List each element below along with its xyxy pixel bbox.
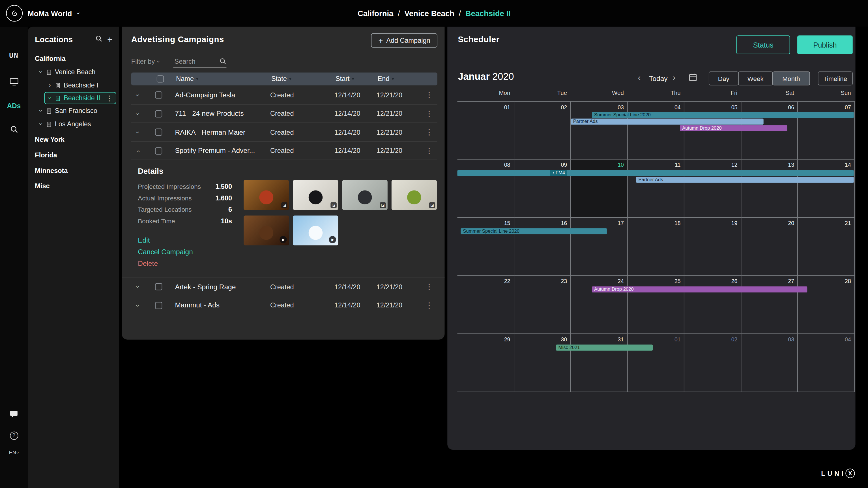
event-autumn-drop-2020[interactable]: Autumn Drop 2020 — [680, 125, 787, 131]
artwork-stem[interactable]: ◪ — [392, 180, 437, 210]
kebab-menu-icon[interactable]: ⋮ — [106, 94, 113, 102]
row-checkbox[interactable] — [155, 302, 162, 309]
row-checkbox[interactable] — [155, 91, 162, 98]
event-partner-ads[interactable]: Partner Ads — [571, 119, 764, 125]
view-week-button[interactable]: Week — [738, 71, 773, 85]
cell-end: 12/21/20 — [377, 128, 402, 136]
row-checkbox[interactable] — [155, 128, 162, 135]
cancel-campaign-link[interactable]: Cancel Campaign — [138, 248, 193, 256]
breadcrumb-separator: / — [398, 9, 400, 18]
delete-link[interactable]: Delete — [138, 260, 193, 268]
app-mark-icon[interactable]: UN — [0, 51, 28, 59]
next-period-button[interactable]: › — [673, 72, 676, 82]
sort-caret-icon: ▾ — [392, 76, 394, 82]
expand-row-button[interactable]: › — [134, 304, 142, 307]
sidebar-item-misc[interactable]: Misc — [28, 180, 119, 193]
cell-end: 12/21/20 — [377, 91, 402, 99]
event-misc-2021[interactable]: Misc 2021 — [556, 344, 653, 351]
sidebar-item-beachside-ii[interactable]: ›Beachside II⋮ — [44, 92, 116, 104]
chevron-down-icon[interactable]: › — [38, 121, 44, 127]
expand-row-button[interactable]: › — [134, 94, 142, 96]
chevron-down-icon[interactable]: › — [46, 95, 53, 101]
artwork-pyramid[interactable]: ◪ — [244, 180, 289, 210]
chevron-down-icon[interactable]: › — [38, 69, 44, 75]
sidebar-item-beachside-i[interactable]: ›Beachside I — [28, 79, 119, 92]
details-field: Actual Impressions1.600 — [138, 192, 232, 204]
artwork-ice[interactable]: ▶ — [293, 215, 338, 245]
screens-icon[interactable] — [0, 78, 28, 88]
details-field: Projected Impressions1.500 — [138, 181, 232, 192]
help-icon[interactable]: ? — [0, 429, 28, 439]
collapse-row-button[interactable]: › — [134, 150, 142, 152]
building-icon — [55, 95, 61, 101]
column-header-state[interactable]: State▾ — [271, 75, 292, 82]
event-autumn-drop-2020[interactable]: Autumn Drop 2020 — [592, 286, 807, 293]
view-day-button[interactable]: Day — [709, 71, 739, 85]
today-button[interactable]: Today — [646, 75, 671, 82]
sidebar-item-venice-beach[interactable]: ›Venice Beach — [28, 65, 119, 79]
event-label: Autumn Drop 2020 — [594, 286, 634, 293]
publish-button[interactable]: Publish — [797, 35, 853, 54]
search-input[interactable] — [174, 56, 227, 67]
column-header-name[interactable]: Name▾ — [176, 75, 198, 82]
expand-row-button[interactable]: › — [134, 131, 142, 133]
sidebar-item-los-angeles[interactable]: ›Los Angeles — [28, 118, 119, 131]
breadcrumb-item-beachside-ii[interactable]: Beachside II — [465, 9, 511, 18]
column-header-start[interactable]: Start▾ — [336, 75, 354, 82]
campaign-row-ad-campaign-tesla: ›Ad-Campaign TeslaCreated12/14/2012/21/2… — [122, 86, 445, 104]
sidebar-item-minnesota[interactable]: Minnesota — [28, 164, 119, 177]
kebab-menu-icon[interactable]: ⋮ — [425, 127, 433, 136]
sidebar-item-florida[interactable]: Florida — [28, 148, 119, 162]
search-icon[interactable] — [0, 125, 28, 135]
ads-icon[interactable]: ADs — [0, 102, 28, 110]
artwork-leather[interactable]: ▶ — [244, 215, 289, 245]
event-bar[interactable] — [457, 170, 854, 176]
select-all-checkbox[interactable] — [157, 75, 164, 82]
artwork-rock[interactable]: ◪ — [293, 180, 338, 210]
artwork-glove[interactable]: ◪ — [342, 180, 387, 210]
kebab-menu-icon[interactable]: ⋮ — [425, 301, 433, 309]
row-checkbox[interactable] — [155, 147, 162, 154]
location-label: Los Angeles — [55, 120, 91, 128]
event-fm4[interactable]: ♪FM4 — [550, 170, 567, 176]
add-location-button[interactable]: + — [107, 36, 112, 43]
view-month-button[interactable]: Month — [772, 71, 810, 85]
campaign-row-spotify-premium-adver: ›Spotify Premium - Adver...Created12/14/… — [122, 142, 445, 160]
kebab-menu-icon[interactable]: ⋮ — [425, 282, 433, 291]
row-checkbox[interactable] — [155, 110, 162, 117]
breadcrumb-item-venice-beach[interactable]: Venice Beach — [404, 9, 454, 18]
sidebar-item-san-francisco[interactable]: ›San Francisco — [28, 104, 119, 118]
sidebar-item-new-york[interactable]: New York — [28, 133, 119, 146]
edit-link[interactable]: Edit — [138, 237, 193, 244]
feedback-icon[interactable] — [0, 410, 28, 420]
filter-by-dropdown[interactable]: Filter by › — [131, 58, 160, 65]
kebab-menu-icon[interactable]: ⋮ — [425, 109, 433, 118]
play-icon: ▶ — [329, 236, 336, 243]
event-summer-special-line-2020[interactable]: Summer Special Line 2020 — [461, 228, 607, 234]
cell-state: Created — [270, 147, 294, 155]
column-header-end[interactable]: End▾ — [378, 75, 394, 82]
field-label: Booked Time — [138, 218, 175, 224]
cell-start: 12/14/20 — [334, 147, 360, 155]
cell-start: 12/14/20 — [334, 302, 360, 309]
kebab-menu-icon[interactable]: ⋮ — [425, 146, 433, 155]
breadcrumb-item-california[interactable]: California — [358, 9, 393, 18]
kebab-menu-icon[interactable]: ⋮ — [425, 90, 433, 99]
expand-row-button[interactable]: › — [134, 286, 142, 288]
search-icon[interactable] — [95, 34, 102, 44]
event-partner-ads[interactable]: Partner Ads — [636, 177, 854, 183]
prev-period-button[interactable]: ‹ — [638, 72, 641, 82]
add-campaign-button[interactable]: + Add Campaign — [371, 33, 437, 48]
language-selector[interactable]: EN› — [0, 449, 28, 455]
details-field: Targeted Locations6 — [138, 204, 232, 215]
calendar-icon[interactable] — [689, 73, 697, 84]
chevron-down-icon[interactable]: › — [38, 108, 44, 114]
expand-row-button[interactable]: › — [134, 113, 142, 115]
status-button[interactable]: Status — [737, 35, 790, 54]
field-label: Actual Impressions — [138, 195, 191, 201]
event-summer-special-line-2020[interactable]: Summer Special Line 2020 — [592, 112, 854, 118]
row-checkbox[interactable] — [155, 283, 162, 290]
chevron-right-icon[interactable]: › — [46, 82, 53, 89]
view-timeline-button[interactable]: Timeline — [818, 71, 852, 85]
sidebar-item-california[interactable]: California — [28, 52, 119, 65]
